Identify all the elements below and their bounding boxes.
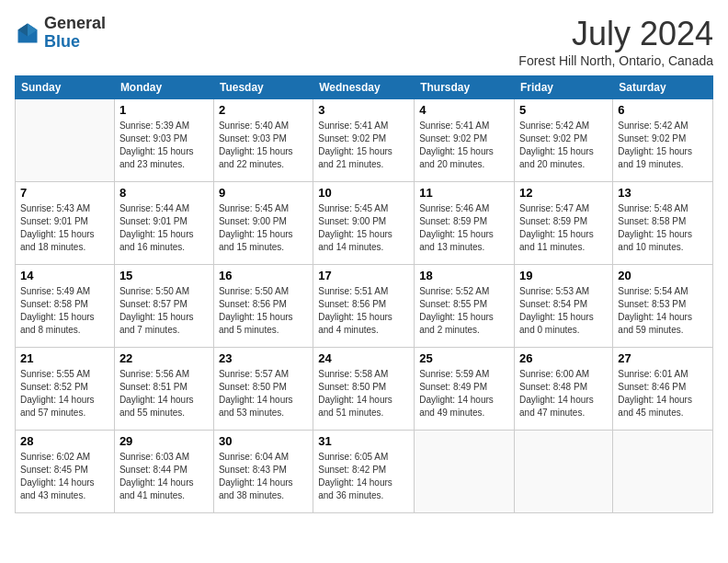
header-day-friday: Friday (515, 76, 613, 99)
day-number: 22 (119, 351, 209, 365)
day-info: Sunrise: 5:40 AM Sunset: 9:03 PM Dayligh… (219, 120, 308, 171)
day-number: 19 (519, 269, 608, 282)
calendar-cell: 2Sunrise: 5:40 AM Sunset: 9:03 PM Daylig… (213, 99, 313, 182)
day-info: Sunrise: 5:48 AM Sunset: 8:58 PM Dayligh… (618, 202, 708, 254)
calendar-cell: 3Sunrise: 5:41 AM Sunset: 9:02 PM Daylig… (313, 99, 415, 182)
calendar-cell: 6Sunrise: 5:42 AM Sunset: 9:02 PM Daylig… (613, 99, 713, 182)
calendar-cell: 21Sunrise: 5:55 AM Sunset: 8:52 PM Dayli… (16, 348, 115, 431)
day-info: Sunrise: 5:42 AM Sunset: 9:02 PM Dayligh… (519, 120, 608, 171)
day-number: 1 (119, 103, 209, 117)
day-number: 30 (219, 434, 308, 448)
day-number: 3 (318, 103, 409, 117)
calendar-cell: 10Sunrise: 5:45 AM Sunset: 9:00 PM Dayli… (313, 182, 415, 265)
location: Forest Hill North, Ontario, Canada (518, 53, 713, 68)
day-number: 12 (519, 186, 608, 200)
day-info: Sunrise: 5:50 AM Sunset: 8:56 PM Dayligh… (219, 285, 308, 337)
day-info: Sunrise: 5:53 AM Sunset: 8:54 PM Dayligh… (519, 285, 608, 337)
day-number: 9 (219, 186, 308, 200)
calendar-cell: 8Sunrise: 5:44 AM Sunset: 9:01 PM Daylig… (114, 182, 213, 265)
calendar-cell: 18Sunrise: 5:52 AM Sunset: 8:55 PM Dayli… (415, 265, 515, 348)
day-number: 7 (20, 186, 109, 200)
day-info: Sunrise: 5:50 AM Sunset: 8:57 PM Dayligh… (119, 285, 209, 337)
calendar-cell: 20Sunrise: 5:54 AM Sunset: 8:53 PM Dayli… (613, 265, 713, 348)
day-number: 13 (618, 186, 708, 200)
day-info: Sunrise: 6:03 AM Sunset: 8:44 PM Dayligh… (119, 451, 209, 502)
day-number: 11 (419, 186, 509, 200)
day-info: Sunrise: 5:52 AM Sunset: 8:55 PM Dayligh… (419, 285, 509, 337)
calendar-cell: 11Sunrise: 5:46 AM Sunset: 8:59 PM Dayli… (415, 182, 515, 265)
calendar-header: SundayMondayTuesdayWednesdayThursdayFrid… (16, 76, 713, 99)
calendar-cell: 4Sunrise: 5:41 AM Sunset: 9:02 PM Daylig… (415, 99, 515, 182)
day-info: Sunrise: 5:55 AM Sunset: 8:52 PM Dayligh… (20, 368, 109, 419)
day-number: 24 (318, 351, 409, 365)
day-info: Sunrise: 5:58 AM Sunset: 8:50 PM Dayligh… (318, 368, 409, 419)
day-number: 17 (318, 269, 409, 282)
day-number: 27 (618, 351, 708, 365)
day-info: Sunrise: 5:39 AM Sunset: 9:03 PM Dayligh… (119, 120, 209, 171)
day-info: Sunrise: 5:49 AM Sunset: 8:58 PM Dayligh… (20, 285, 109, 337)
day-number: 10 (318, 186, 409, 200)
calendar-cell: 16Sunrise: 5:50 AM Sunset: 8:56 PM Dayli… (213, 265, 313, 348)
day-number: 25 (419, 351, 509, 365)
day-info: Sunrise: 5:45 AM Sunset: 9:00 PM Dayligh… (219, 202, 308, 254)
calendar-cell: 13Sunrise: 5:48 AM Sunset: 8:58 PM Dayli… (613, 182, 713, 265)
day-info: Sunrise: 5:41 AM Sunset: 9:02 PM Dayligh… (419, 120, 509, 171)
header-day-thursday: Thursday (415, 76, 515, 99)
day-info: Sunrise: 5:59 AM Sunset: 8:49 PM Dayligh… (419, 368, 509, 419)
calendar-cell: 14Sunrise: 5:49 AM Sunset: 8:58 PM Dayli… (16, 265, 115, 348)
day-info: Sunrise: 5:44 AM Sunset: 9:01 PM Dayligh… (119, 202, 209, 254)
header-day-sunday: Sunday (16, 76, 115, 99)
calendar-cell: 1Sunrise: 5:39 AM Sunset: 9:03 PM Daylig… (114, 99, 213, 182)
logo: General Blue (15, 15, 106, 52)
title-block: July 2024 Forest Hill North, Ontario, Ca… (518, 15, 713, 68)
calendar-cell: 24Sunrise: 5:58 AM Sunset: 8:50 PM Dayli… (313, 348, 415, 431)
day-info: Sunrise: 5:43 AM Sunset: 9:01 PM Dayligh… (20, 202, 109, 254)
day-info: Sunrise: 6:05 AM Sunset: 8:42 PM Dayligh… (318, 451, 409, 502)
month-title: July 2024 (518, 15, 713, 53)
logo-icon (15, 20, 40, 46)
header-day-saturday: Saturday (613, 76, 713, 99)
day-number: 4 (419, 103, 509, 117)
day-info: Sunrise: 5:42 AM Sunset: 9:02 PM Dayligh… (618, 120, 708, 171)
week-row-4: 21Sunrise: 5:55 AM Sunset: 8:52 PM Dayli… (16, 348, 713, 431)
calendar-cell: 30Sunrise: 6:04 AM Sunset: 8:43 PM Dayli… (213, 431, 313, 513)
day-info: Sunrise: 5:56 AM Sunset: 8:51 PM Dayligh… (119, 368, 209, 419)
calendar-cell: 9Sunrise: 5:45 AM Sunset: 9:00 PM Daylig… (213, 182, 313, 265)
header-day-tuesday: Tuesday (213, 76, 313, 99)
day-number: 5 (519, 103, 608, 117)
day-info: Sunrise: 5:41 AM Sunset: 9:02 PM Dayligh… (318, 120, 409, 171)
calendar-cell: 26Sunrise: 6:00 AM Sunset: 8:48 PM Dayli… (515, 348, 613, 431)
day-number: 26 (519, 351, 608, 365)
day-number: 18 (419, 269, 509, 282)
calendar-cell: 27Sunrise: 6:01 AM Sunset: 8:46 PM Dayli… (613, 348, 713, 431)
calendar-cell: 28Sunrise: 6:02 AM Sunset: 8:45 PM Dayli… (16, 431, 115, 513)
day-number: 29 (119, 434, 209, 448)
calendar-table: SundayMondayTuesdayWednesdayThursdayFrid… (15, 75, 713, 513)
day-number: 2 (219, 103, 308, 117)
calendar-cell (415, 431, 515, 513)
day-number: 14 (20, 269, 109, 282)
calendar-cell: 31Sunrise: 6:05 AM Sunset: 8:42 PM Dayli… (313, 431, 415, 513)
calendar-cell: 19Sunrise: 5:53 AM Sunset: 8:54 PM Dayli… (515, 265, 613, 348)
day-info: Sunrise: 5:51 AM Sunset: 8:56 PM Dayligh… (318, 285, 409, 337)
week-row-1: 1Sunrise: 5:39 AM Sunset: 9:03 PM Daylig… (16, 99, 713, 182)
day-number: 21 (20, 351, 109, 365)
day-info: Sunrise: 6:04 AM Sunset: 8:43 PM Dayligh… (219, 451, 308, 502)
calendar-cell: 5Sunrise: 5:42 AM Sunset: 9:02 PM Daylig… (515, 99, 613, 182)
calendar-cell: 29Sunrise: 6:03 AM Sunset: 8:44 PM Dayli… (114, 431, 213, 513)
day-number: 23 (219, 351, 308, 365)
day-info: Sunrise: 5:45 AM Sunset: 9:00 PM Dayligh… (318, 202, 409, 254)
calendar-cell: 12Sunrise: 5:47 AM Sunset: 8:59 PM Dayli… (515, 182, 613, 265)
calendar-cell: 22Sunrise: 5:56 AM Sunset: 8:51 PM Dayli… (114, 348, 213, 431)
page-header: General Blue July 2024 Forest Hill North… (15, 15, 713, 68)
day-info: Sunrise: 5:47 AM Sunset: 8:59 PM Dayligh… (519, 202, 608, 254)
day-number: 16 (219, 269, 308, 282)
day-info: Sunrise: 6:00 AM Sunset: 8:48 PM Dayligh… (519, 368, 608, 419)
header-row: SundayMondayTuesdayWednesdayThursdayFrid… (16, 76, 713, 99)
week-row-3: 14Sunrise: 5:49 AM Sunset: 8:58 PM Dayli… (16, 265, 713, 348)
day-number: 6 (618, 103, 708, 117)
calendar-cell (613, 431, 713, 513)
logo-text: General Blue (44, 15, 106, 52)
day-number: 20 (618, 269, 708, 282)
calendar-cell: 7Sunrise: 5:43 AM Sunset: 9:01 PM Daylig… (16, 182, 115, 265)
